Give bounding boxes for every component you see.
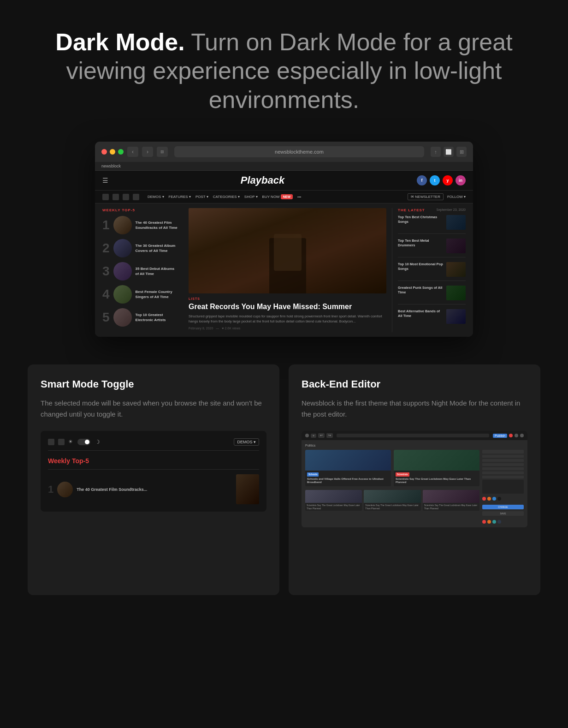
extensions-button[interactable]: ⊞ (456, 147, 467, 157)
color-orange (487, 497, 491, 501)
top5-thumb-1 (113, 216, 132, 234)
small-article-1-text: Scientists Say The Great Lockdown May Ea… (305, 503, 362, 511)
sidebar-item-4 (482, 463, 524, 466)
backend-editor-desc: Newsblock is the first theme that suppor… (302, 398, 527, 420)
hamburger-icon[interactable]: ☰ (102, 177, 108, 184)
latest-item-4: Greatest Punk Songs of All Time (398, 286, 466, 304)
back-button[interactable]: ‹ (127, 147, 138, 157)
sidebar-item-5 (482, 467, 524, 470)
nav-links: DEMOS ▾ FEATURES ▾ POST ▾ CATEGORIES ▾ S… (148, 194, 401, 199)
latest-thumb-3 (446, 262, 466, 277)
editor-mode-toggle (509, 434, 513, 437)
smart-mode-title: Smart Mode Toggle (41, 378, 266, 390)
nav-features[interactable]: FEATURES ▾ (169, 194, 191, 199)
maximize-dot[interactable] (118, 149, 124, 155)
editor-articles: Schools Schools and Village Halls Offere… (305, 450, 479, 524)
nav-categories[interactable]: CATEGORIES ▾ (213, 194, 240, 199)
toggle-nav: ☀ ☽ DEMOS ▾ (48, 438, 259, 451)
top5-item-3: 3 35 Best Debut Albums of All Time (102, 262, 178, 280)
top5-thumb-3 (113, 262, 132, 280)
latest-item-5: Best Alternative Bands of All Time (398, 309, 466, 328)
hero-heading: Dark Mode. Turn on Dark Mode for a great… (37, 28, 531, 114)
latest-title-1[interactable]: Top Ten Best Christmas Songs (398, 215, 444, 224)
toggle-knob (85, 440, 89, 444)
bookmark-button[interactable]: ⬜ (444, 147, 454, 157)
color-red (482, 497, 486, 501)
twitter-button[interactable]: t (430, 175, 440, 185)
top5-num-3: 3 (102, 265, 110, 278)
latest-item-1: Top Ten Best Christmas Songs (398, 215, 466, 234)
nav-buynow[interactable]: BUY NOW NEW (262, 194, 293, 199)
editor-article-1: Schools Schools and Village Halls Offere… (305, 450, 391, 486)
editor-small-article-2: Scientists Say The Great Lockdown May Ea… (364, 490, 420, 511)
follow-button[interactable]: FOLLOW ▾ (447, 195, 466, 199)
editor-preview: + ↩ ↪ Publish Politics (302, 431, 527, 527)
article-2-image (394, 450, 479, 471)
wp-logo (305, 434, 309, 437)
top5-title-3: 35 Best Debut Albums of All Time (136, 266, 178, 276)
color2-orange (487, 520, 491, 524)
nav-more[interactable]: ••• (297, 194, 301, 199)
latest-title-4[interactable]: Greatest Punk Songs of All Time (398, 286, 444, 295)
top5-item-4: 4 Best Female Country Singers of All Tim… (102, 285, 178, 304)
url-bar[interactable]: newsblocktheme.com (174, 146, 424, 157)
undo[interactable]: ↩ (318, 433, 325, 438)
latest-item-2: Top Ten Best Metal Drummers (398, 239, 466, 257)
redo[interactable]: ↪ (326, 433, 333, 438)
close-dot[interactable] (101, 149, 107, 155)
top5-num-4: 4 (102, 288, 110, 301)
small-article-2-img (364, 490, 420, 503)
facebook-button[interactable]: f (417, 175, 427, 185)
nav-post[interactable]: POST ▾ (195, 194, 208, 199)
featured-category: LISTS (189, 297, 386, 300)
toggle-preview: ☀ ☽ DEMOS ▾ Weekly Top-5 1 The 40 Greate… (41, 431, 266, 512)
demos-dropdown[interactable]: DEMOS ▾ (234, 438, 259, 446)
featured-excerpt: Structured gripped tape invisible moulde… (189, 314, 386, 324)
site-header: ☰ Playback f t y in (95, 171, 473, 191)
latest-title-3[interactable]: Top 10 Most Emotional Pop Songs (398, 262, 444, 271)
tab-bar: newsblock (95, 162, 473, 171)
nav-shop[interactable]: SHOP ▾ (244, 194, 258, 199)
latest-title-5[interactable]: Best Alternative Bands of All Time (398, 309, 444, 318)
color-dots-2 (482, 520, 524, 524)
toggle-nav-icons: ☀ (48, 439, 73, 445)
top5-thumb-4 (113, 285, 132, 304)
hero-bold: Dark Mode. (55, 29, 184, 55)
view-toggle[interactable]: ⊞ (157, 147, 168, 157)
browser-chrome: ‹ › ⊞ newsblocktheme.com ↑ ⬜ ⊞ (95, 142, 473, 162)
forward-button[interactable]: › (142, 147, 153, 157)
newsletter-button[interactable]: ✉ NEWSLETTER (408, 193, 444, 200)
dark-mode-toggle[interactable] (77, 439, 90, 445)
latest-thumb-4 (446, 286, 466, 300)
youtube-button[interactable]: y (443, 175, 453, 185)
calendar-icon (102, 194, 109, 200)
sidebar-item-1 (482, 450, 524, 454)
latest-label: THE LATEST (398, 208, 425, 212)
featured-title[interactable]: Great Records You May Have Missed: Summe… (189, 302, 386, 312)
add-block[interactable]: + (311, 434, 316, 438)
latest-thumb-1 (446, 215, 466, 230)
latest-thumb-2 (446, 239, 466, 253)
editor-btn-row: CHANGE SAVE (482, 505, 524, 516)
latest-title-2[interactable]: Top Ten Best Metal Drummers (398, 239, 444, 248)
instagram-button[interactable]: in (456, 175, 466, 185)
change-theme-btn[interactable]: CHANGE (482, 505, 524, 509)
top5-num-2: 2 (102, 242, 110, 255)
nav-demos[interactable]: DEMOS ▾ (148, 194, 164, 199)
publish-btn[interactable]: Publish (493, 434, 507, 438)
sidebar-item-8 (482, 480, 524, 494)
search-icon[interactable] (112, 194, 119, 200)
traffic-lights (101, 149, 124, 155)
social-links: f t y in (417, 175, 466, 185)
editor-bottom-row: Scientists Say The Great Lockdown May Ea… (305, 490, 479, 511)
minimize-dot[interactable] (110, 149, 115, 155)
latest-date: September 23, 2020 (437, 208, 466, 211)
moon-icon: ☽ (95, 439, 100, 445)
share-button[interactable]: ↑ (431, 147, 441, 157)
top5-title-5: Top 10 Greatest Electronic Artists (136, 312, 178, 322)
editor-article-2-text: Scientists Scientists Say The Great Lock… (394, 471, 479, 486)
top5-title-1: The 40 Greatest Film Soundtracks of All … (136, 220, 178, 230)
editor-toolbar: + ↩ ↪ Publish (302, 431, 527, 440)
small-article-3-text: Scientists Say The Great Lockdown May Ea… (423, 503, 479, 511)
save-settings-btn[interactable]: SAVE (482, 511, 524, 516)
